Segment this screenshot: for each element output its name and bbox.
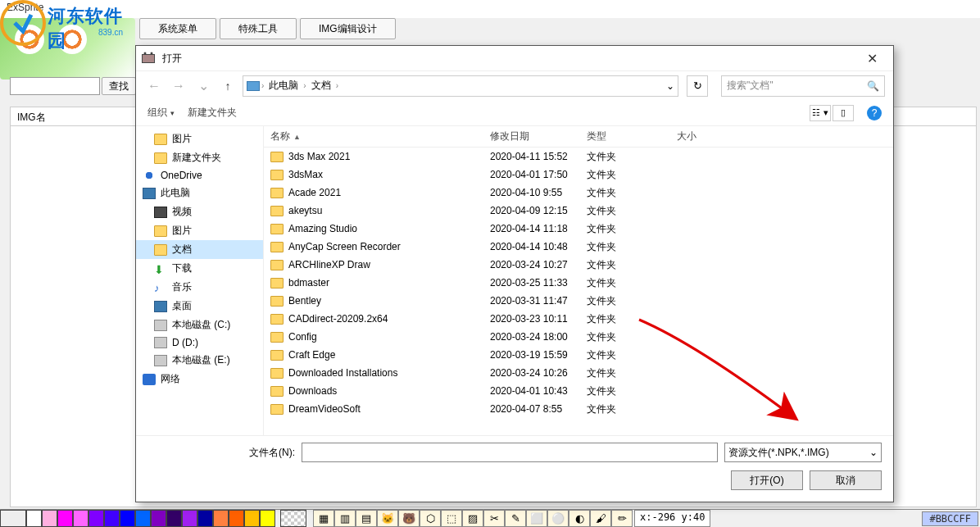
app-search-input[interactable] (10, 77, 100, 95)
sidebar-item[interactable]: 图片 (136, 221, 263, 240)
file-row[interactable]: Config2020-03-24 18:00文件夹 (264, 328, 893, 346)
refresh-button[interactable]: ↻ (687, 75, 708, 97)
file-name: Downloads (288, 385, 337, 397)
file-row[interactable]: ARCHlineXP Draw2020-03-24 10:27文件夹 (264, 256, 893, 274)
palette-swatch[interactable] (260, 510, 275, 527)
preview-pane-button[interactable]: ▯ (833, 105, 854, 121)
nav-recent-dropdown[interactable]: ⌄ (193, 76, 213, 96)
filename-input[interactable] (302, 443, 718, 462)
file-row[interactable]: CADdirect-20209.2x642020-03-23 10:11文件夹 (264, 310, 893, 328)
tool-button[interactable]: ▥ (334, 510, 356, 527)
palette-swatch[interactable] (88, 510, 104, 527)
col-type[interactable]: 类型 (580, 129, 670, 143)
palette-swatch[interactable] (244, 510, 260, 527)
nav-up-button[interactable]: ↑ (218, 76, 238, 96)
tab-system[interactable]: 系统菜单 (139, 18, 216, 39)
palette-swatch[interactable] (151, 510, 166, 527)
breadcrumb-root[interactable]: 此电脑 (265, 77, 302, 94)
file-row[interactable]: 3dsMax2020-04-01 17:50文件夹 (264, 166, 893, 184)
sidebar-item[interactable]: 文档 (136, 240, 263, 259)
sidebar-item[interactable]: ⬇下载 (136, 259, 263, 278)
sidebar-item[interactable]: 图片 (136, 129, 263, 148)
view-mode-button[interactable]: ☷ ▾ (810, 105, 831, 121)
sidebar-item[interactable]: D (D:) (136, 334, 263, 351)
tool-button[interactable]: ✂ (483, 510, 505, 527)
palette-swatch[interactable] (42, 510, 57, 527)
file-row[interactable]: Craft Edge2020-03-19 15:59文件夹 (264, 346, 893, 364)
sidebar-label: 下载 (172, 261, 192, 275)
col-date[interactable]: 修改日期 (483, 129, 580, 143)
tab-special[interactable]: 特殊工具 (220, 18, 297, 39)
open-button[interactable]: 打开(O) (731, 470, 803, 490)
breadcrumb[interactable]: › 此电脑 › 文档 › ⌄ (243, 75, 678, 97)
cancel-button[interactable]: 取消 (810, 470, 882, 490)
tool-button[interactable]: ▦ (313, 510, 334, 527)
tool-button[interactable]: ▤ (356, 510, 377, 527)
dialog-navbar: ← → ⌄ ↑ › 此电脑 › 文档 › ⌄ ↻ 搜索"文档" 🔍 (136, 70, 893, 100)
palette-swatch[interactable] (73, 510, 88, 527)
tool-button[interactable]: ✎ (505, 510, 526, 527)
search-input[interactable]: 搜索"文档" 🔍 (721, 75, 885, 97)
palette-empty[interactable] (0, 510, 26, 527)
sidebar-item[interactable]: ♪音乐 (136, 278, 263, 297)
palette-swatch[interactable] (229, 510, 244, 527)
file-row[interactable]: bdmaster2020-03-25 11:33文件夹 (264, 274, 893, 292)
organize-menu[interactable]: 组织▾ (147, 106, 175, 120)
palette-transparent[interactable] (280, 510, 306, 527)
breadcrumb-folder[interactable]: 文档 (308, 77, 334, 94)
file-row[interactable]: Downloaded Installations2020-03-24 10:26… (264, 364, 893, 382)
file-row[interactable]: Amazing Studio2020-04-14 11:18文件夹 (264, 220, 893, 238)
help-icon[interactable]: ? (867, 106, 882, 120)
sidebar-item[interactable]: 本地磁盘 (E:) (136, 351, 263, 370)
palette-swatch[interactable] (166, 510, 182, 527)
tool-button[interactable]: ⬡ (420, 510, 441, 527)
palette-swatch[interactable] (120, 510, 135, 527)
tool-button[interactable]: 🐱 (377, 510, 398, 527)
file-row[interactable]: Bentley2020-03-31 11:47文件夹 (264, 292, 893, 310)
tool-button[interactable]: ⬜ (526, 510, 547, 527)
nav-forward-button[interactable]: → (169, 76, 188, 96)
file-row[interactable]: akeytsu2020-04-09 12:15文件夹 (264, 202, 893, 220)
palette-swatch[interactable] (135, 510, 151, 527)
sidebar-item[interactable]: 此电脑 (136, 184, 263, 202)
palette-swatch[interactable] (26, 510, 42, 527)
sidebar-item[interactable]: 桌面 (136, 297, 263, 316)
file-row[interactable]: 3ds Max 20212020-04-11 15:52文件夹 (264, 148, 893, 166)
palette-swatch[interactable] (104, 510, 120, 527)
sidebar-item[interactable]: OneDrive (136, 167, 263, 184)
tool-button[interactable]: 🖌 (590, 510, 611, 527)
col-size[interactable]: 大小 (670, 129, 736, 143)
new-folder-button[interactable]: 新建文件夹 (188, 106, 237, 120)
file-row[interactable]: DreamVideoSoft2020-04-07 8:55文件夹 (264, 400, 893, 418)
palette-swatch[interactable] (57, 510, 73, 527)
file-name: Bentley (288, 295, 321, 307)
palette-swatch[interactable] (182, 510, 197, 527)
tool-button[interactable]: ⚪ (547, 510, 569, 527)
sidebar-item[interactable]: 视频 (136, 202, 263, 221)
tool-button[interactable]: ✏ (611, 510, 633, 527)
file-date: 2020-03-31 11:47 (483, 295, 580, 307)
tool-button[interactable]: ◐ (569, 510, 590, 527)
folder-icon (270, 224, 284, 234)
palette-bar: ▦▥▤🐱🐻⬡⬚▨✂✎⬜⚪◐🖌✏ x:-296 y:40 #BBCCFF (0, 509, 980, 527)
tool-button[interactable]: ⬚ (441, 510, 462, 527)
palette-swatch[interactable] (213, 510, 229, 527)
sidebar-item[interactable]: 网络 (136, 370, 263, 388)
nav-back-button[interactable]: ← (144, 76, 164, 96)
file-row[interactable]: Acade 20212020-04-10 9:55文件夹 (264, 184, 893, 202)
close-button[interactable]: ✕ (855, 47, 888, 70)
sidebar-item[interactable]: 新建文件夹 (136, 148, 263, 167)
tab-img-edit[interactable]: IMG编辑设计 (300, 18, 396, 39)
breadcrumb-dropdown[interactable]: ⌄ (666, 80, 674, 92)
tool-button[interactable]: ▨ (462, 510, 483, 527)
app-search-button[interactable]: 查找 (102, 77, 136, 95)
file-list-header: 名称▲ 修改日期 类型 大小 (264, 126, 893, 148)
palette-swatch[interactable] (197, 510, 213, 527)
filetype-select[interactable]: 资源文件(*.NPK,*.IMG) ⌄ (724, 443, 882, 462)
col-name[interactable]: 名称▲ (264, 129, 483, 143)
file-row[interactable]: AnyCap Screen Recorder2020-04-14 10:48文件… (264, 238, 893, 256)
file-type: 文件夹 (580, 150, 670, 164)
tool-button[interactable]: 🐻 (398, 510, 420, 527)
sidebar-item[interactable]: 本地磁盘 (C:) (136, 316, 263, 334)
file-row[interactable]: Downloads2020-04-01 10:43文件夹 (264, 382, 893, 400)
